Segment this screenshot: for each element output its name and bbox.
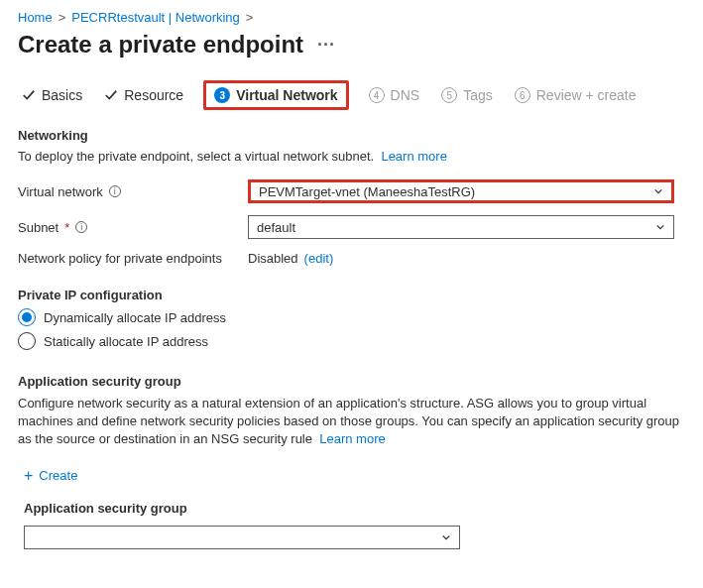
chevron-down-icon: [653, 186, 663, 196]
check-icon: [22, 88, 36, 102]
tab-tags[interactable]: 5 Tags: [439, 83, 495, 107]
radio-static-ip[interactable]: Statically allocate IP address: [18, 332, 685, 350]
radio-static-label: Statically allocate IP address: [44, 334, 208, 349]
tab-basics-label: Basics: [42, 87, 82, 103]
tab-resource-label: Resource: [124, 87, 183, 103]
virtual-network-select[interactable]: PEVMTarget-vnet (ManeeshaTestRG): [248, 179, 674, 203]
check-icon: [104, 88, 118, 102]
page-title: Create a private endpoint ···: [18, 31, 685, 59]
more-actions-icon[interactable]: ···: [317, 35, 335, 56]
radio-dynamic-label: Dynamically allocate IP address: [44, 310, 226, 325]
networking-heading: Networking: [18, 128, 685, 143]
required-icon: *: [64, 220, 69, 235]
asg-heading: Application security group: [18, 374, 685, 389]
radio-icon: [18, 332, 36, 350]
vnet-label: Virtual network i: [18, 184, 248, 199]
page-title-text: Create a private endpoint: [18, 31, 303, 59]
radio-dynamic-ip[interactable]: Dynamically allocate IP address: [18, 308, 685, 326]
subnet-select[interactable]: default: [248, 215, 674, 239]
tab-dns[interactable]: 4 DNS: [367, 83, 422, 107]
asg-learn-more-link[interactable]: Learn more: [319, 431, 385, 446]
chevron-down-icon: [441, 532, 451, 542]
policy-label-text: Network policy for private endpoints: [18, 251, 222, 266]
breadcrumb: Home > PECRRtestvault | Networking >: [18, 10, 685, 25]
chevron-right-icon: >: [59, 10, 66, 25]
policy-value: Disabled: [248, 251, 298, 266]
asg-select[interactable]: [24, 526, 460, 549]
tab-basics[interactable]: Basics: [20, 83, 84, 107]
step-number-icon: 4: [369, 87, 385, 103]
plus-icon: +: [24, 467, 33, 485]
networking-desc-text: To deploy the private endpoint, select a…: [18, 149, 374, 164]
breadcrumb-vault[interactable]: PECRRtestvault | Networking: [71, 10, 240, 25]
step-number-icon: 5: [441, 87, 457, 103]
network-policy-label: Network policy for private endpoints: [18, 251, 248, 266]
tab-review-label: Review + create: [536, 87, 637, 103]
info-icon[interactable]: i: [109, 185, 121, 197]
vnet-select-value: PEVMTarget-vnet (ManeeshaTestRG): [259, 184, 475, 199]
networking-desc: To deploy the private endpoint, select a…: [18, 149, 685, 164]
breadcrumb-home[interactable]: Home: [18, 10, 53, 25]
vnet-label-text: Virtual network: [18, 184, 103, 199]
create-asg-button[interactable]: + Create: [18, 467, 77, 485]
tab-vnet-label: Virtual Network: [236, 87, 337, 103]
chevron-down-icon: [655, 222, 665, 232]
subnet-label-text: Subnet: [18, 220, 59, 235]
step-number-icon: 3: [214, 87, 230, 103]
info-icon[interactable]: i: [75, 221, 87, 233]
tab-tags-label: Tags: [463, 87, 493, 103]
tab-virtual-network[interactable]: 3 Virtual Network: [203, 80, 348, 110]
asg-field-label: Application security group: [24, 501, 685, 516]
subnet-select-value: default: [257, 220, 295, 235]
policy-edit-link[interactable]: (edit): [304, 251, 334, 266]
ip-config-radio-group: Dynamically allocate IP address Statical…: [18, 308, 685, 350]
tab-dns-label: DNS: [391, 87, 420, 103]
networking-learn-more-link[interactable]: Learn more: [381, 149, 446, 164]
tab-resource[interactable]: Resource: [102, 83, 185, 107]
step-number-icon: 6: [515, 87, 530, 103]
asg-desc: Configure network security as a natural …: [18, 395, 685, 449]
subnet-label: Subnet * i: [18, 220, 248, 235]
wizard-tabs: Basics Resource 3 Virtual Network 4 DNS …: [18, 80, 685, 110]
tab-review-create[interactable]: 6 Review + create: [513, 83, 639, 107]
ip-config-heading: Private IP configuration: [18, 288, 685, 302]
create-label: Create: [39, 468, 77, 483]
radio-icon: [18, 308, 36, 326]
chevron-right-icon: >: [246, 10, 254, 25]
